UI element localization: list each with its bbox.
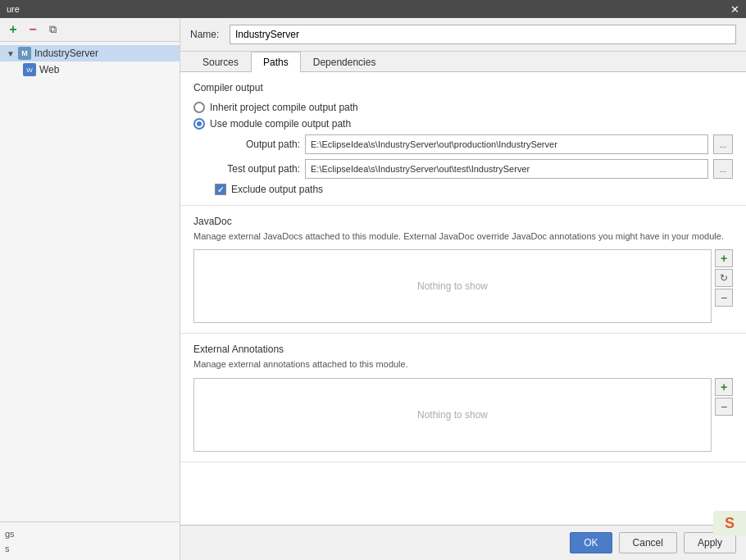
module-icon: M	[18, 47, 31, 60]
web-icon: W	[23, 63, 36, 76]
javadoc-description: Manage external JavaDocs attached to thi…	[193, 230, 733, 243]
watermark: S	[713, 511, 746, 535]
sidebar-bottom-label-s: s	[5, 544, 175, 553]
main-content: + − ⧉ ▼ M IndustryServer W Web gs s Name…	[0, 18, 746, 560]
output-path-row: Output path: ...	[193, 134, 733, 154]
external-annotations-remove-button[interactable]: −	[715, 398, 733, 416]
external-annotations-section: External Annotations Manage external ann…	[180, 334, 746, 462]
test-output-path-label: Test output path:	[210, 163, 300, 175]
name-label: Name:	[190, 29, 223, 40]
compiler-output-section: Compiler output Inherit project compile …	[180, 72, 746, 206]
ok-button[interactable]: OK	[570, 532, 612, 553]
sidebar-bottom: gs s	[0, 521, 180, 560]
javadoc-empty-text: Nothing to show	[417, 280, 488, 292]
sidebar-toolbar: + − ⧉	[0, 18, 180, 42]
external-annotations-description: Manage external annotations attached to …	[193, 358, 733, 371]
output-path-label: Output path:	[210, 139, 300, 150]
javadoc-remove-button[interactable]: −	[715, 289, 733, 307]
javadoc-title: JavaDoc	[193, 216, 733, 227]
tab-paths[interactable]: Paths	[251, 52, 301, 72]
sidebar-bottom-label-gs: gs	[5, 529, 175, 539]
tree-item-web[interactable]: W Web	[0, 61, 180, 78]
window-title: ure	[7, 4, 20, 14]
bottom-bar: OK Cancel Apply	[180, 525, 746, 560]
compiler-output-title: Compiler output	[193, 82, 733, 93]
external-annotations-add-button[interactable]: +	[715, 378, 733, 396]
tabs-bar: Sources Paths Dependencies	[180, 52, 746, 72]
external-annotations-title: External Annotations	[193, 344, 733, 355]
use-module-radio-option[interactable]: Use module compile output path	[193, 118, 733, 130]
external-annotations-list: Nothing to show	[193, 378, 712, 452]
tree-label-web: Web	[39, 64, 59, 75]
output-path-input[interactable]	[305, 134, 708, 154]
javadoc-section: JavaDoc Manage external JavaDocs attache…	[180, 206, 746, 334]
cancel-button[interactable]: Cancel	[619, 532, 677, 553]
exclude-checkbox[interactable]	[215, 184, 226, 195]
javadoc-list-area: Nothing to show + ↻ −	[193, 249, 733, 323]
sidebar-tree: ▼ M IndustryServer W Web	[0, 42, 180, 521]
javadoc-list: Nothing to show	[193, 249, 712, 323]
add-module-button[interactable]: +	[5, 21, 21, 38]
tree-item-industry-server[interactable]: ▼ M IndustryServer	[0, 45, 180, 61]
test-output-path-browse-button[interactable]: ...	[713, 159, 733, 179]
copy-module-button[interactable]: ⧉	[44, 21, 61, 38]
name-row: Name:	[180, 18, 746, 52]
tab-content-paths: Compiler output Inherit project compile …	[180, 72, 746, 525]
tree-arrow-industry-server: ▼	[7, 49, 15, 58]
output-path-browse-button[interactable]: ...	[713, 134, 733, 154]
exclude-checkbox-row[interactable]: Exclude output paths	[193, 184, 733, 195]
javadoc-add-button[interactable]: +	[715, 249, 733, 267]
test-output-path-input[interactable]	[305, 159, 708, 179]
use-module-radio-label: Use module compile output path	[210, 118, 351, 130]
remove-module-button[interactable]: −	[25, 21, 41, 38]
javadoc-buttons: + ↻ −	[715, 249, 733, 323]
tab-dependencies[interactable]: Dependencies	[301, 52, 389, 72]
name-input[interactable]	[230, 25, 736, 44]
tab-sources[interactable]: Sources	[190, 52, 251, 72]
title-bar: ure ✕	[0, 0, 746, 18]
right-panel: Name: Sources Paths Dependencies Compile…	[180, 18, 746, 560]
external-annotations-empty-text: Nothing to show	[417, 409, 488, 421]
use-module-radio-circle[interactable]	[193, 118, 205, 130]
close-icon[interactable]: ✕	[730, 3, 739, 16]
exclude-checkbox-label: Exclude output paths	[231, 184, 323, 195]
tree-label-industry-server: IndustryServer	[34, 48, 98, 59]
sidebar: + − ⧉ ▼ M IndustryServer W Web gs s	[0, 18, 180, 560]
external-annotations-buttons: + −	[715, 378, 733, 452]
inherit-radio-label: Inherit project compile output path	[210, 102, 358, 113]
watermark-letter: S	[725, 515, 735, 532]
inherit-radio-option[interactable]: Inherit project compile output path	[193, 102, 733, 113]
external-annotations-list-area: Nothing to show + −	[193, 378, 733, 452]
inherit-radio-circle[interactable]	[193, 102, 205, 113]
javadoc-edit-button[interactable]: ↻	[715, 269, 733, 287]
test-output-path-row: Test output path: ...	[193, 159, 733, 179]
